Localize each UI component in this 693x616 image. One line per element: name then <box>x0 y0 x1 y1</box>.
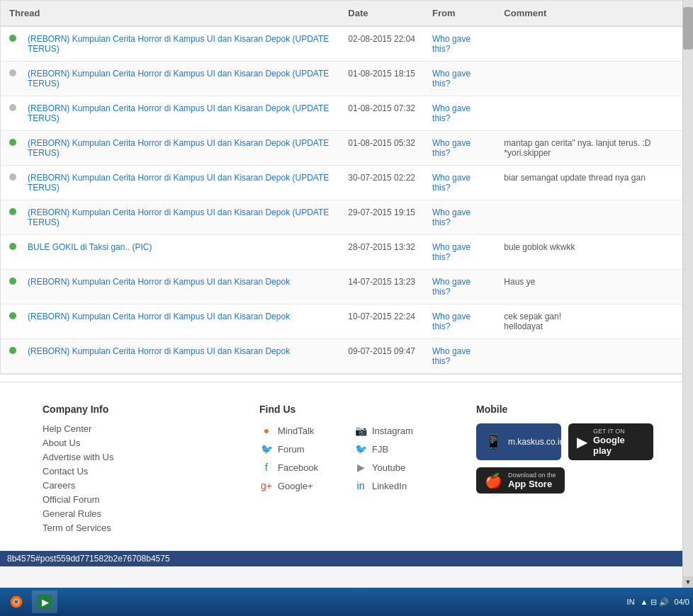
date-cell: 10-07-2015 22:24 <box>339 304 424 339</box>
from-cell: Who gave this? <box>424 131 495 166</box>
table-row: (REBORN) Kumpulan Cerita Horror di Kampu… <box>1 62 692 96</box>
from-link[interactable]: Who gave this? <box>432 34 471 54</box>
forum-link[interactable]: 🐦 Forum <box>259 442 339 456</box>
mobile-title: Mobile <box>476 404 650 415</box>
thread-link[interactable]: (REBORN) Kumpulan Cerita Horror di Kampu… <box>28 173 329 193</box>
status-dot <box>9 347 16 354</box>
instagram-label: Instagram <box>372 426 413 436</box>
status-dot <box>9 243 16 250</box>
thread-link[interactable]: (REBORN) Kumpulan Cerita Horror di Kampu… <box>28 34 329 54</box>
linkedin-label: LinkedIn <box>372 481 407 491</box>
from-cell: Who gave this? <box>424 26 495 62</box>
table-row: (REBORN) Kumpulan Cerita Horror di Kampu… <box>1 304 692 339</box>
footer-company-info: Company Info Help Center About Us Advert… <box>43 404 217 537</box>
date-cell: 29-07-2015 19:15 <box>339 200 424 235</box>
scrollbar-thumb[interactable] <box>683 7 693 50</box>
table-row: (REBORN) Kumpulan Cerita Horror di Kampu… <box>1 96 692 131</box>
date-cell: 28-07-2015 13:32 <box>339 235 424 270</box>
dot-cell <box>1 26 19 62</box>
badge-row-1: 📱 m.kaskus.co.id ▶ GET IT ON Google play <box>476 423 650 460</box>
app-store-badge[interactable]: 🍎 Download on the App Store <box>476 467 565 494</box>
thread-table-wrapper: Thread Date From Comment (REBORN) Kumpul… <box>0 0 693 375</box>
table-header-row: Thread Date From Comment <box>1 1 692 26</box>
from-cell: Who gave this? <box>424 200 495 235</box>
thread-link[interactable]: (REBORN) Kumpulan Cerita Horror di Kampu… <box>28 103 329 123</box>
table-row: (REBORN) Kumpulan Cerita Horror di Kampu… <box>1 270 692 304</box>
thread-link[interactable]: BULE GOKIL di Taksi gan.. (PIC) <box>28 242 152 252</box>
thread-link[interactable]: (REBORN) Kumpulan Cerita Horror di Kampu… <box>28 207 329 227</box>
dot-cell <box>1 166 19 200</box>
from-link[interactable]: Who gave this? <box>432 173 471 193</box>
google-play-badge[interactable]: ▶ GET IT ON Google play <box>568 423 653 460</box>
comment-cell: mantap gan cerita" nya. lanjut terus. :D… <box>495 131 692 166</box>
linkedin-link[interactable]: in LinkedIn <box>354 479 434 493</box>
dot-cell <box>1 62 19 96</box>
list-item: About Us <box>43 438 217 448</box>
from-link[interactable]: Who gave this? <box>432 138 471 158</box>
youtube-link[interactable]: ▶ Youtube <box>354 460 434 474</box>
status-dot <box>9 208 16 215</box>
comment-cell: Haus ye <box>495 270 692 304</box>
app-store-text: Download on the App Store <box>508 472 556 489</box>
footer: Company Info Help Center About Us Advert… <box>0 382 693 551</box>
google-play-icon: ▶ <box>577 433 587 450</box>
date-cell: 01-08-2015 18:15 <box>339 62 424 96</box>
dot-cell <box>1 96 19 131</box>
from-link[interactable]: Who gave this? <box>432 346 471 366</box>
date-cell: 01-08-2015 05:32 <box>339 131 424 166</box>
from-link[interactable]: Who gave this? <box>432 242 471 262</box>
careers-link[interactable]: Careers <box>43 480 75 491</box>
thread-cell: BULE GOKIL di Taksi gan.. (PIC) <box>19 235 339 270</box>
status-dot <box>9 139 16 146</box>
thread-cell: (REBORN) Kumpulan Cerita Horror di Kampu… <box>19 26 339 62</box>
about-us-link[interactable]: About Us <box>43 438 80 448</box>
comment-cell: bule goblok wkwkk <box>495 235 692 270</box>
status-dot <box>9 104 16 111</box>
googleplus-link[interactable]: g+ Google+ <box>259 479 339 493</box>
thread-cell: (REBORN) Kumpulan Cerita Horror di Kampu… <box>19 304 339 339</box>
thread-link[interactable]: (REBORN) Kumpulan Cerita Horror di Kampu… <box>28 346 290 356</box>
find-us-title: Find Us <box>259 404 434 415</box>
from-link[interactable]: Who gave this? <box>432 277 471 297</box>
kaskus-mobile-label: m.kaskus.co.id <box>508 437 564 447</box>
google-play-text: GET IT ON Google play <box>593 428 645 456</box>
dot-cell <box>1 304 19 339</box>
from-cell: Who gave this? <box>424 235 495 270</box>
general-rules-link[interactable]: General Rules <box>43 508 101 519</box>
from-link[interactable]: Who gave this? <box>432 103 471 123</box>
instagram-link[interactable]: 📷 Instagram <box>354 423 434 438</box>
thread-link[interactable]: (REBORN) Kumpulan Cerita Horror di Kampu… <box>28 312 290 321</box>
dot-cell <box>1 339 19 374</box>
youtube-label: Youtube <box>372 462 405 473</box>
fjb-link[interactable]: 🐦 FJB <box>354 442 434 456</box>
comment-cell <box>495 26 692 62</box>
table-row: (REBORN) Kumpulan Cerita Horror di Kampu… <box>1 26 692 62</box>
thread-link[interactable]: (REBORN) Kumpulan Cerita Horror di Kampu… <box>28 69 329 89</box>
term-of-services-link[interactable]: Term of Services <box>43 523 111 533</box>
advertise-link[interactable]: Advertise with Us <box>43 452 113 462</box>
facebook-link[interactable]: f Facebook <box>259 460 339 474</box>
official-forum-link[interactable]: Official Forum <box>43 494 100 505</box>
table-row: (REBORN) Kumpulan Cerita Horror di Kampu… <box>1 131 692 166</box>
thread-cell: (REBORN) Kumpulan Cerita Horror di Kampu… <box>19 339 339 374</box>
from-link[interactable]: Who gave this? <box>432 207 471 227</box>
help-center-link[interactable]: Help Center <box>43 423 91 434</box>
fjb-icon: 🐦 <box>354 442 368 456</box>
fjb-label: FJB <box>372 444 388 455</box>
mindtalk-link[interactable]: ● MindTalk <box>259 423 339 438</box>
from-link[interactable]: Who gave this? <box>432 312 471 331</box>
list-item: Term of Services <box>43 523 217 533</box>
kaskus-mobile-badge[interactable]: 📱 m.kaskus.co.id <box>476 423 561 460</box>
mobile-badges: 📱 m.kaskus.co.id ▶ GET IT ON Google play <box>476 423 650 494</box>
thread-link[interactable]: (REBORN) Kumpulan Cerita Horror di Kampu… <box>28 277 290 287</box>
footer-inner: Company Info Help Center About Us Advert… <box>43 404 650 537</box>
status-dot <box>9 278 16 285</box>
scrollbar[interactable]: ▼ <box>682 0 693 566</box>
thread-cell: (REBORN) Kumpulan Cerita Horror di Kampu… <box>19 200 339 235</box>
company-info-title: Company Info <box>43 404 217 415</box>
from-link[interactable]: Who gave this? <box>432 69 471 89</box>
thread-link[interactable]: (REBORN) Kumpulan Cerita Horror di Kampu… <box>28 138 329 158</box>
status-url: 8b4575#post559dd771582b2e76708b4575 <box>7 554 170 564</box>
status-dot <box>9 35 16 42</box>
contact-us-link[interactable]: Contact Us <box>43 466 88 477</box>
